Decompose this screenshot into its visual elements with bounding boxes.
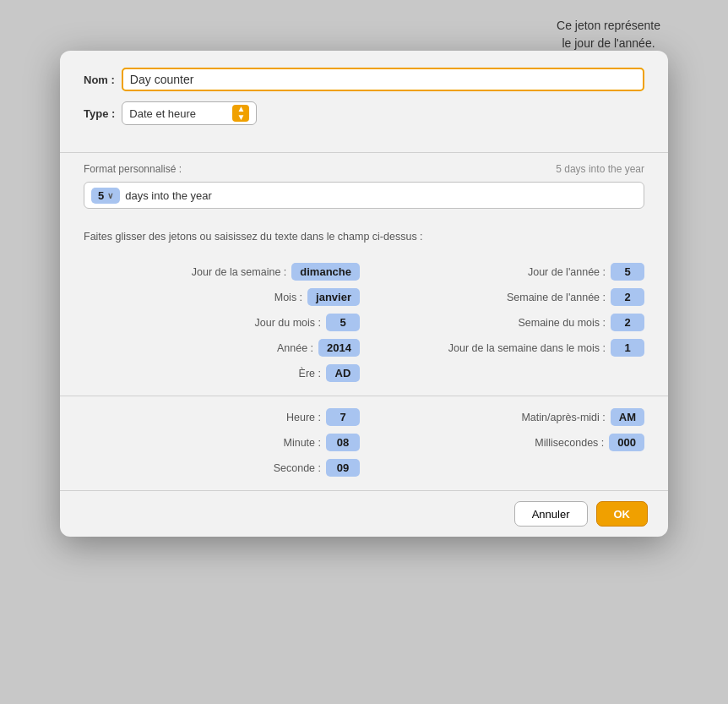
tooltip: Ce jeton représente le jour de l'année. [557,17,660,52]
token-chip-minute[interactable]: 08 [326,434,360,451]
tokens-section: Jour de la semaine : dimanche Jour de l'… [60,254,668,396]
drag-instruction-wrapper: Faites glisser des jetons ou saisissez d… [60,222,668,243]
drag-instruction: Faites glisser des jetons ou saisissez d… [84,231,644,243]
format-label: Format personnalisé : [84,163,182,175]
token-label-semaine-mois: Semaine du mois : [518,317,606,329]
tooltip-line2: le jour de l'année. [562,36,655,50]
token-row-ere: Ère : AD [84,364,360,382]
token-row-heure: Heure : 7 [84,408,360,426]
format-preview: 5 days into the year [556,163,644,175]
token-row-matin: Matin/après-midi : AM [368,408,644,426]
token-label-mois: Mois : [274,292,302,303]
token-chip-semaine-annee[interactable]: 2 [611,288,644,306]
format-token[interactable]: 5 ∨ [91,188,120,204]
token-label-minute: Minute : [284,437,321,449]
token-chip-semaine-mois[interactable]: 2 [611,314,644,331]
token-row-jour-semaine-mois: Jour de la semaine dans le mois : 1 [368,339,644,357]
token-label-ere: Ère : [299,368,321,379]
token-row-jour-annee: Jour de l'année : 5 [368,263,644,281]
token-row-semaine-mois: Semaine du mois : 2 [368,314,644,331]
time-grid: Heure : 7 Matin/après-midi : AM Minute :… [84,408,644,477]
token-row-ms: Millisecondes : 000 [368,434,644,451]
token-chip-ere[interactable]: AD [326,364,360,382]
format-suffix: days into the year [125,189,212,202]
token-row-jour-mois: Jour du mois : 5 [84,314,360,331]
token-chip-ms[interactable]: 000 [609,434,644,451]
token-row-mois: Mois : janvier [84,288,360,306]
ok-button[interactable]: OK [596,501,649,527]
token-chip-mois[interactable]: janvier [307,288,360,306]
format-header: Format personnalisé : 5 days into the ye… [84,163,644,175]
nom-input[interactable] [122,68,644,91]
token-label-ms: Millisecondes : [535,437,604,449]
type-row: Type : Date et heure ▲ ▼ [84,101,644,125]
token-chip-heure[interactable]: 7 [326,408,360,426]
tooltip-line1: Ce jeton représente [557,19,660,32]
time-empty [368,459,644,477]
token-row-jour-semaine: Jour de la semaine : dimanche [84,263,360,281]
token-chip-seconde[interactable]: 09 [326,459,360,477]
token-chip-jour-annee[interactable]: 5 [611,263,644,281]
token-label-matin: Matin/après-midi : [521,412,605,423]
token-row-minute: Minute : 08 [84,434,360,451]
type-label: Type : [84,107,115,120]
cancel-button[interactable]: Annuler [514,501,588,527]
tokens-grid: Jour de la semaine : dimanche Jour de l'… [84,263,644,382]
token-label-jour-annee: Jour de l'année : [528,266,606,278]
time-section: Heure : 7 Matin/après-midi : AM Minute :… [60,396,668,490]
token-chip-annee[interactable]: 2014 [318,339,360,357]
token-row-seconde: Seconde : 09 [84,459,360,477]
token-row-empty [368,364,644,382]
token-row-semaine-annee: Semaine de l'année : 2 [368,288,644,306]
token-label-jour-semaine-mois: Jour de la semaine dans le mois : [448,342,606,354]
token-chip-jour-mois[interactable]: 5 [326,314,360,331]
format-field[interactable]: 5 ∨ days into the year [84,182,644,209]
token-chip-dimanche[interactable]: dimanche [291,263,360,281]
format-token-arrow: ∨ [107,191,113,200]
token-label-seconde: Seconde : [274,462,321,474]
token-label-jour-mois: Jour du mois : [254,317,321,329]
token-label-jour-semaine: Jour de la semaine : [192,266,287,278]
type-select[interactable]: Date et heure ▲ ▼ [122,101,257,125]
format-section: Format personnalisé : 5 days into the ye… [60,152,668,222]
token-label-semaine-annee: Semaine de l'année : [507,292,606,303]
token-label-heure: Heure : [286,412,321,423]
dialog: Nom : Type : Date et heure ▲ ▼ Format pe… [60,51,668,537]
name-type-section: Nom : Type : Date et heure ▲ ▼ [60,51,668,152]
token-label-annee: Année : [277,342,313,354]
nom-label: Nom : [84,74,115,86]
footer: Annuler OK [60,490,668,537]
token-row-annee: Année : 2014 [84,339,360,357]
token-chip-jour-semaine-mois[interactable]: 1 [611,339,644,357]
token-chip-matin[interactable]: AM [611,408,644,426]
type-select-arrow: ▲ ▼ [232,105,249,122]
type-select-text: Date et heure [129,107,232,120]
nom-row: Nom : [84,68,644,91]
format-token-value: 5 [98,189,104,202]
